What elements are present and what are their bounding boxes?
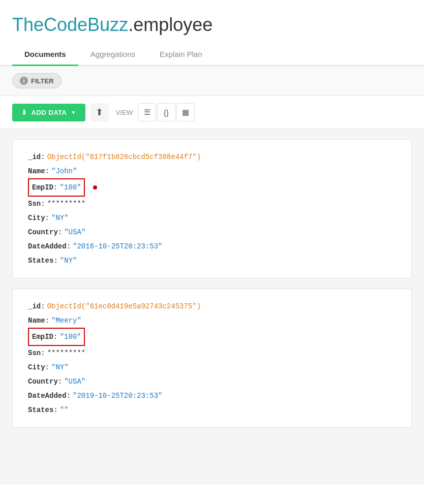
field-states-1: States : "NY"	[28, 254, 396, 268]
field-key: Country	[28, 225, 58, 239]
field-key: City	[28, 360, 45, 374]
document-card-1: _id : ObjectId("617f1b826cbcd5cf388e44f7…	[12, 139, 412, 278]
list-icon: ☰	[144, 108, 150, 117]
field-empid-1: EmpID : "100"	[28, 178, 396, 197]
field-value: "100"	[59, 180, 81, 195]
field-ssn-2: Ssn : *********	[28, 346, 396, 360]
field-key: States	[28, 403, 53, 417]
field-value: "John"	[51, 164, 77, 178]
field-key: EmpID	[32, 180, 53, 195]
field-value: "NY"	[51, 360, 69, 374]
field-dateadded-2: DateAdded : "2019-10-25T20:23:53"	[28, 389, 396, 403]
empid-highlight-box: EmpID : "100"	[28, 178, 85, 197]
list-view-button[interactable]: ☰	[138, 103, 156, 121]
empid-highlight-box: EmpID : "100"	[28, 328, 85, 346]
field-key: _id	[28, 299, 41, 313]
field-key: City	[28, 211, 45, 225]
filter-label: FILTER	[31, 77, 54, 85]
toolbar: ⬇ ADD DATA ▼ ⬆ VIEW ☰ {} ▦	[0, 96, 424, 129]
field-empid-2: EmpID : "100"	[28, 328, 396, 346]
field-name-1: Name : "John"	[28, 164, 396, 178]
upload-icon: ⬆	[96, 107, 103, 118]
field-country-1: Country : "USA"	[28, 225, 396, 239]
add-data-icon: ⬇	[21, 109, 27, 116]
view-label: VIEW	[116, 109, 133, 116]
field-key: DateAdded	[28, 239, 67, 254]
field-key: States	[28, 254, 53, 268]
field-value: "USA"	[64, 374, 85, 389]
view-toggle: ☰ {} ▦	[138, 103, 195, 121]
documents-area: _id : ObjectId("617f1b826cbcd5cf388e44f7…	[0, 129, 424, 485]
field-value: ""	[60, 403, 69, 417]
field-city-1: City : "NY"	[28, 211, 396, 225]
upload-button[interactable]: ⬆	[90, 103, 109, 121]
field-key: EmpID	[32, 330, 53, 344]
field-key: Country	[28, 374, 58, 389]
table-view-button[interactable]: ▦	[176, 103, 195, 121]
field-value: "NY"	[51, 211, 69, 225]
tab-bar: Documents Aggregations Explain Plan	[0, 44, 424, 66]
tab-aggregations[interactable]: Aggregations	[78, 44, 147, 66]
tab-documents[interactable]: Documents	[12, 44, 78, 66]
field-value: "NY"	[60, 254, 77, 268]
field-value: "2019-10-25T20:23:53"	[73, 389, 162, 403]
field-key: Name	[28, 164, 45, 178]
add-data-label: ADD DATA	[32, 109, 67, 116]
field-key: DateAdded	[28, 389, 67, 403]
field-id-2: _id : ObjectId("61ec0d419e5a92743c245375…	[28, 299, 396, 313]
field-value: "2016-10-25T20:23:53"	[73, 239, 162, 254]
filter-bar: i FILTER	[0, 66, 424, 96]
filter-button[interactable]: i FILTER	[12, 73, 62, 88]
field-states-2: States : ""	[28, 403, 396, 417]
field-dateadded-1: DateAdded : "2016-10-25T20:23:53"	[28, 239, 396, 254]
red-dot-indicator	[93, 185, 97, 190]
field-value: "100"	[59, 330, 81, 344]
info-icon: i	[20, 77, 28, 85]
field-value: ObjectId("61ec0d419e5a92743c245375")	[47, 299, 201, 313]
json-icon: {}	[164, 108, 169, 117]
field-value: "Meery"	[51, 313, 81, 328]
field-key: _id	[28, 150, 41, 164]
field-id-1: _id : ObjectId("617f1b826cbcd5cf388e44f7…	[28, 150, 396, 164]
field-name-2: Name : "Meery"	[28, 313, 396, 328]
field-key: Ssn	[28, 346, 41, 360]
add-data-button[interactable]: ⬇ ADD DATA ▼	[12, 104, 85, 121]
document-card-2: _id : ObjectId("61ec0d419e5a92743c245375…	[12, 289, 412, 428]
header: TheCodeBuzz.employee	[0, 0, 424, 44]
collection-name: .employee	[128, 14, 213, 35]
field-city-2: City : "NY"	[28, 360, 396, 374]
field-ssn-1: Ssn : *********	[28, 197, 396, 211]
field-key: Name	[28, 313, 45, 328]
field-value: *********	[47, 197, 86, 211]
field-value: "USA"	[64, 225, 85, 239]
brand-name: TheCodeBuzz	[12, 14, 128, 35]
json-view-button[interactable]: {}	[157, 103, 175, 121]
tab-explain-plan[interactable]: Explain Plan	[147, 44, 214, 66]
field-key: Ssn	[28, 197, 41, 211]
page-title: TheCodeBuzz.employee	[12, 14, 412, 36]
field-value: *********	[47, 346, 86, 360]
field-country-2: Country : "USA"	[28, 374, 396, 389]
dropdown-caret-icon: ▼	[71, 110, 76, 115]
table-icon: ▦	[182, 108, 189, 117]
field-value: ObjectId("617f1b826cbcd5cf388e44f7")	[47, 150, 201, 164]
